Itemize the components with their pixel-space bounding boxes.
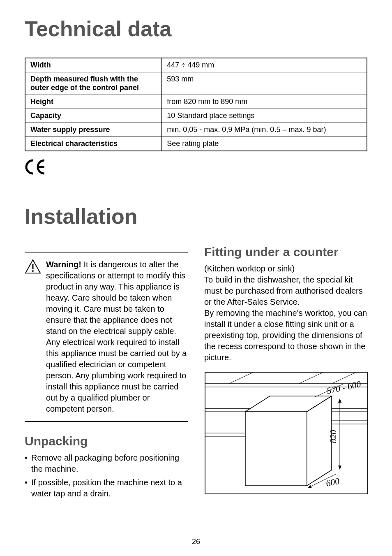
svg-line-9 <box>229 372 254 384</box>
svg-rect-12 <box>245 412 307 486</box>
spec-value: See rating plate <box>162 137 367 151</box>
dim-height-label: 820 <box>328 430 338 443</box>
heading-installation: Installation <box>25 204 367 229</box>
spec-label: Depth measured flush with the outer edge… <box>25 72 162 95</box>
fitting-para: By removing the machine's worktop, you c… <box>204 308 367 363</box>
warning-icon <box>25 259 41 415</box>
table-row: Electrical characteristics See rating pl… <box>25 137 367 151</box>
svg-marker-24 <box>308 485 312 488</box>
table-row: Height from 820 mm to 890 mm <box>25 95 367 109</box>
ce-mark-icon <box>25 159 367 179</box>
list-item: If possible, position the machine next t… <box>25 477 188 499</box>
svg-marker-21 <box>338 398 341 403</box>
left-column: Warning! It is dangerous to alter the sp… <box>25 245 188 502</box>
heading-unpacking: Unpacking <box>25 434 188 448</box>
divider <box>25 421 188 422</box>
heading-fitting: Fitting under a counter <box>204 245 367 259</box>
spec-value: 447 ÷ 449 mm <box>162 58 367 72</box>
table-row: Capacity 10 Standard place settings <box>25 109 367 123</box>
page-number: 26 <box>0 537 392 546</box>
spec-value: 593 mm <box>162 72 367 95</box>
svg-point-3 <box>32 270 34 272</box>
unpacking-list: Remove all packaging before positioning … <box>25 452 188 499</box>
spec-value: from 820 mm to 890 mm <box>162 95 367 109</box>
svg-marker-22 <box>338 466 341 470</box>
installation-diagram: 570 - 600 820 600 <box>204 371 367 496</box>
table-row: Depth measured flush with the outer edge… <box>25 72 367 95</box>
spec-label: Electrical characteristics <box>25 137 162 151</box>
table-row: Water supply pressure min. 0,05 - max. 0… <box>25 123 367 137</box>
table-row: Width 447 ÷ 449 mm <box>25 58 367 72</box>
warning-block: Warning! It is dangerous to alter the sp… <box>25 259 188 415</box>
fitting-para: To build in the dishwasher, the special … <box>204 274 367 308</box>
divider <box>25 252 188 253</box>
technical-data-table: Width 447 ÷ 449 mm Depth measured flush … <box>25 58 367 151</box>
spec-value: min. 0,05 - max. 0,9 MPa (min. 0.5 – max… <box>162 123 367 137</box>
warning-body: It is dangerous to alter the specificati… <box>46 260 187 413</box>
fitting-subtitle: (Kitchen worktop or sink) <box>204 263 367 274</box>
spec-label: Width <box>25 58 162 72</box>
warning-label: Warning! <box>46 260 81 269</box>
right-column: Fitting under a counter (Kitchen worktop… <box>204 245 367 502</box>
list-item: Remove all packaging before positioning … <box>25 452 188 475</box>
dim-width-label: 600 <box>325 476 340 489</box>
spec-label: Height <box>25 95 162 109</box>
svg-line-10 <box>299 372 323 384</box>
spec-value: 10 Standard place settings <box>162 109 367 123</box>
heading-technical-data: Technical data <box>25 16 367 41</box>
spec-label: Water supply pressure <box>25 123 162 137</box>
spec-label: Capacity <box>25 109 162 123</box>
dim-depth-label: 570 - 600 <box>326 379 362 396</box>
warning-text: Warning! It is dangerous to alter the sp… <box>46 259 188 415</box>
